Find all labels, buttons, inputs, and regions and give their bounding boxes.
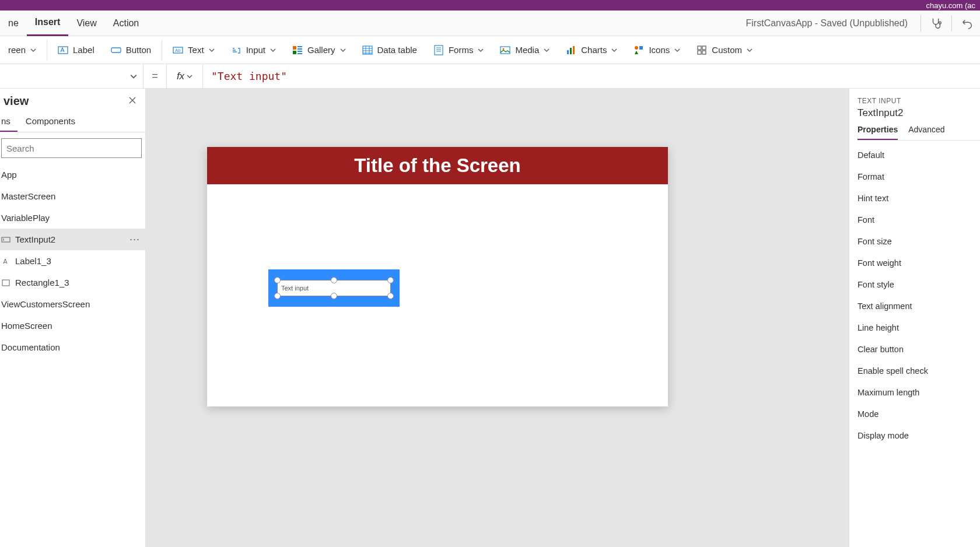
undo-button[interactable]	[954, 10, 980, 36]
prop-default[interactable]: Default	[858, 144, 980, 166]
svg-rect-24	[2, 237, 10, 242]
textinput-value: Text input	[281, 285, 309, 292]
close-panel-button[interactable]	[128, 96, 139, 107]
tree-item-viewcustomers[interactable]: ViewCustomersScreen	[0, 293, 145, 315]
tree-item-variableplay[interactable]: VariablePlay	[0, 207, 145, 229]
resize-handle-ne[interactable]	[387, 277, 394, 283]
more-options-button[interactable]: ···	[128, 233, 142, 246]
insert-gallery-button[interactable]: Gallery	[284, 36, 354, 64]
tree-item-app[interactable]: App	[0, 164, 145, 185]
tab-properties[interactable]: Properties	[858, 125, 898, 140]
control-name-label[interactable]: TextInput2	[858, 105, 980, 125]
input-label: Input	[246, 45, 265, 55]
rectangle-icon	[1, 278, 10, 287]
insert-charts-button[interactable]: Charts	[558, 36, 625, 64]
tree-item-label1-3[interactable]: Label1_3	[0, 250, 145, 272]
prop-clear-button[interactable]: Clear button	[858, 338, 980, 360]
fx-button[interactable]: fx	[167, 64, 203, 89]
charts-label: Charts	[581, 45, 607, 55]
prop-font-size[interactable]: Font size	[858, 230, 980, 252]
prop-format[interactable]: Format	[858, 166, 980, 187]
insert-media-button[interactable]: Media	[492, 36, 558, 64]
menu-view[interactable]: View	[68, 10, 104, 36]
tab-components[interactable]: Components	[18, 111, 82, 132]
media-label: Media	[515, 45, 539, 55]
insert-datatable-button[interactable]: Data table	[354, 36, 425, 64]
svg-rect-15	[567, 50, 569, 54]
button-icon	[111, 45, 121, 55]
app-status-text: FirstCanvasApp - Saved (Unpublished)	[746, 18, 918, 29]
resize-handle-n[interactable]	[331, 277, 337, 283]
custom-icon	[696, 45, 707, 55]
tree-view-title: view	[4, 94, 29, 108]
button-text: Button	[126, 45, 151, 55]
tree-item-label: MasterScreen	[1, 191, 142, 201]
prop-font[interactable]: Font	[858, 209, 980, 230]
menu-insert[interactable]: Insert	[27, 10, 69, 36]
svg-point-14	[503, 48, 505, 50]
insert-input-button[interactable]: Input	[223, 36, 284, 64]
prop-hint-text[interactable]: Hint text	[858, 187, 980, 209]
screen-title-bar[interactable]: Title of the Screen	[207, 147, 668, 184]
tree-item-textinput2[interactable]: TextInput2 ···	[0, 229, 145, 250]
resize-handle-s[interactable]	[331, 293, 337, 299]
resize-handle-nw[interactable]	[274, 277, 281, 283]
svg-rect-2	[111, 48, 121, 52]
undo-icon	[961, 17, 974, 30]
chevron-down-icon	[340, 47, 346, 53]
prop-mode[interactable]: Mode	[858, 403, 980, 425]
divider	[162, 40, 162, 61]
svg-rect-5	[293, 46, 296, 50]
tree-item-masterscreen[interactable]: MasterScreen	[0, 185, 145, 207]
property-selector[interactable]	[0, 64, 144, 89]
app-checker-button[interactable]	[923, 10, 949, 36]
insert-text-button[interactable]: Ab Text	[164, 36, 223, 64]
tree-view-panel: view ns Components App MasterScreen Vari…	[0, 89, 146, 547]
svg-rect-1	[58, 47, 68, 54]
resize-handle-se[interactable]	[387, 293, 394, 299]
prop-line-height[interactable]: Line height	[858, 317, 980, 338]
insert-label-button[interactable]: Label	[50, 36, 103, 64]
resize-handle-sw[interactable]	[274, 293, 281, 299]
label-icon	[58, 45, 68, 55]
prop-display-mode[interactable]: Display mode	[858, 425, 980, 446]
tree-item-homescreen[interactable]: HomeScreen	[0, 315, 145, 336]
tree-item-documentation[interactable]: Documentation	[0, 336, 145, 358]
prop-font-weight[interactable]: Font weight	[858, 252, 980, 274]
prop-font-style[interactable]: Font style	[858, 274, 980, 295]
tree-item-label: App	[1, 170, 142, 180]
props-tabs: Properties Advanced	[858, 125, 980, 141]
prop-text-alignment[interactable]: Text alignment	[858, 295, 980, 317]
tab-screens[interactable]: ns	[0, 111, 18, 132]
props-list: Default Format Hint text Font Font size …	[858, 141, 980, 446]
formula-input[interactable]: "Text input"	[203, 64, 980, 89]
insert-forms-button[interactable]: Forms	[425, 36, 492, 64]
equals-sign: =	[144, 64, 167, 89]
menu-action[interactable]: Action	[105, 10, 147, 36]
svg-point-18	[635, 46, 638, 50]
prop-maximum-length[interactable]: Maximum length	[858, 381, 980, 403]
top-menu-bar: ne Insert View Action FirstCanvasApp - S…	[0, 10, 980, 36]
search-input[interactable]	[1, 138, 142, 158]
tree-search-wrapper	[1, 138, 142, 158]
workspace: view ns Components App MasterScreen Vari…	[0, 89, 980, 547]
account-text: chayu.com (ac	[926, 1, 975, 10]
tree-item-rectangle1-3[interactable]: Rectangle1_3	[0, 272, 145, 293]
svg-rect-8	[293, 51, 296, 54]
insert-button-button[interactable]: Button	[103, 36, 159, 64]
menu-home[interactable]: ne	[0, 10, 27, 36]
prop-enable-spell-check[interactable]: Enable spell check	[858, 360, 980, 381]
svg-rect-16	[570, 48, 572, 54]
label-text: Label	[73, 45, 94, 55]
selected-control-textinput[interactable]: Text input	[268, 269, 400, 307]
screen-artboard[interactable]: Title of the Screen Text input	[207, 147, 668, 406]
table-icon	[362, 45, 373, 55]
new-screen-button[interactable]: reen	[0, 36, 44, 64]
textinput-preview[interactable]: Text input	[277, 280, 391, 296]
label-icon	[1, 257, 10, 266]
insert-custom-button[interactable]: Custom	[688, 36, 761, 64]
stethoscope-icon	[930, 17, 943, 30]
canvas-area[interactable]: Title of the Screen Text input	[146, 89, 849, 547]
insert-icons-button[interactable]: Icons	[625, 36, 688, 64]
tab-advanced[interactable]: Advanced	[908, 125, 944, 140]
